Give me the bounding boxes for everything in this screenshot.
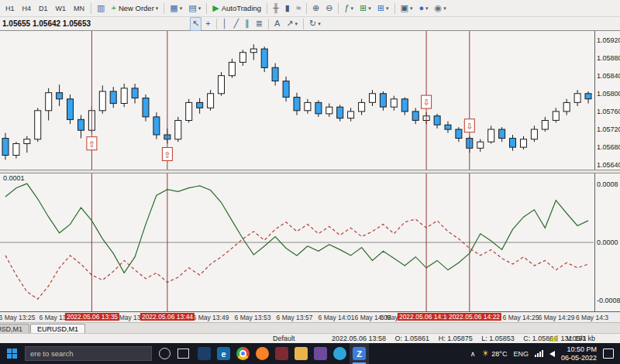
- app-icon-purple[interactable]: [311, 343, 330, 364]
- signal-arrow-up-icon[interactable]: ⇧: [164, 150, 170, 160]
- hidden-icons-chevron[interactable]: ∧: [470, 350, 476, 358]
- volume-icon[interactable]: [549, 351, 555, 357]
- toolbar-separator: [306, 3, 307, 14]
- time-label-highlight: 2022.05.06 14:22: [447, 313, 501, 321]
- time-label: 6 May 14:01: [319, 314, 355, 321]
- grid-blue-icon-glyph: ⊞: [377, 4, 384, 12]
- firefox-icon-glyph: [256, 347, 269, 360]
- timeframe-button-h4[interactable]: H4: [19, 2, 35, 15]
- timeframe-button-mn[interactable]: MN: [71, 2, 88, 15]
- indicator-axis[interactable]: 0.00080.0000-0.0008: [594, 173, 620, 311]
- language-indicator[interactable]: ENG: [513, 350, 529, 358]
- autotrading-button-glyph: ▶: [212, 4, 219, 12]
- indicators-icon[interactable]: ƒ▾: [342, 2, 356, 15]
- weather-widget[interactable]: ☀ 28°C: [481, 349, 507, 359]
- candle-body: [574, 94, 580, 103]
- candle-body: [391, 99, 397, 107]
- dropdown-caret-icon: ▾: [318, 21, 321, 27]
- candle-body: [229, 62, 235, 75]
- line-chart-icon[interactable]: ≈: [294, 2, 303, 15]
- price-axis-label: 1.05880: [597, 54, 620, 62]
- candle-body: [542, 121, 548, 130]
- windows-layout-icon-glyph: ▣: [401, 4, 408, 12]
- signal-arrow-down-icon[interactable]: ⇩: [422, 98, 429, 107]
- arrows-tool-icon[interactable]: ↗▾: [284, 17, 300, 31]
- channel-tool-icon[interactable]: ∥: [243, 17, 252, 31]
- new-order-button[interactable]: +New Order▾: [108, 2, 160, 15]
- connection-bars-icon: [549, 335, 558, 342]
- indicator-signal-line: [5, 219, 588, 299]
- candles-chart-icon[interactable]: ▮: [283, 2, 292, 15]
- timeframe-button-d1[interactable]: D1: [36, 2, 51, 15]
- vertical-line-tool-icon[interactable]: │: [220, 17, 230, 31]
- zoom-out-icon[interactable]: ⊖: [323, 2, 335, 15]
- fibonacci-tool-icon[interactable]: ≣: [253, 17, 265, 31]
- price-chart-panel[interactable]: ⇧⇧⇩⇩ 1.059201.058801.058401.058001.05760…: [0, 31, 620, 170]
- grid-green-icon[interactable]: ⊞▾: [357, 2, 374, 15]
- network-icon[interactable]: [535, 350, 543, 357]
- start-button[interactable]: [0, 343, 23, 364]
- profiles-icon[interactable]: ▤▾: [186, 2, 203, 15]
- bars-chart-icon[interactable]: ╫: [270, 2, 281, 15]
- kite-icon[interactable]: Z: [350, 343, 369, 364]
- timeframe-button-w1[interactable]: W1: [53, 2, 70, 15]
- candle-body: [250, 49, 257, 53]
- candle-body: [456, 129, 462, 139]
- trendline-tool-icon[interactable]: ╱: [232, 17, 242, 31]
- time-label: 6 May 13:53: [235, 314, 271, 321]
- search-input[interactable]: [25, 346, 152, 361]
- grid-green-icon-glyph: ⊞: [360, 4, 367, 12]
- profile-label[interactable]: Default: [273, 335, 295, 342]
- options-icon[interactable]: ◉▾: [432, 2, 449, 15]
- app-icon-purple-glyph: [314, 347, 327, 360]
- chrome-icon-glyph: [236, 347, 250, 360]
- indicator-axis-label: 0.0000: [597, 239, 620, 246]
- folder-icon[interactable]: [291, 343, 311, 364]
- candle-body: [57, 93, 63, 99]
- action-center-icon[interactable]: [603, 349, 614, 359]
- candle-body: [510, 139, 516, 148]
- candle-body: [499, 129, 505, 139]
- text-tool-icon[interactable]: A: [272, 17, 282, 31]
- app-icon-blue-dark[interactable]: [195, 343, 214, 364]
- crosshair-tool-icon[interactable]: +: [203, 17, 212, 31]
- signal-arrow-up-icon[interactable]: ⇧: [88, 139, 95, 149]
- candles-chart-icon-glyph: ▮: [285, 4, 290, 12]
- candle-body: [521, 139, 527, 147]
- dropdown-caret-icon: ▾: [443, 5, 446, 12]
- windows-layout-icon[interactable]: ▣▾: [398, 2, 415, 15]
- cortana-icon[interactable]: [159, 348, 170, 359]
- app-icon-maroon[interactable]: [272, 343, 291, 364]
- task-view-icon[interactable]: [177, 349, 189, 359]
- time-axis[interactable]: 6 May 13:256 May 13:292022.05.06 13:356 …: [0, 311, 620, 322]
- timeframe-button-h1[interactable]: H1: [2, 2, 18, 15]
- help-icon[interactable]: ●▾: [416, 2, 430, 15]
- cycle-lines-tool-icon[interactable]: ↻▾: [307, 17, 323, 31]
- toolbar-separator: [338, 3, 339, 14]
- cursor-tool-icon[interactable]: ↖: [190, 17, 202, 31]
- price-axis[interactable]: 1.059201.058801.058401.058001.057601.057…: [594, 31, 620, 170]
- grid-blue-icon[interactable]: ⊞▾: [375, 2, 391, 15]
- chart-window-icon[interactable]: ▥: [95, 2, 107, 15]
- indicator-panel[interactable]: 0.0001 0.00080.0000-0.0008: [0, 173, 620, 311]
- zoom-in-icon[interactable]: ⊕: [310, 2, 322, 15]
- candle-body: [337, 107, 343, 118]
- chrome-icon[interactable]: [233, 343, 253, 364]
- firefox-icon[interactable]: [253, 343, 272, 364]
- folder-icon-glyph: [294, 347, 308, 360]
- chart-tabs: USD,M1EURUSD,M1: [0, 322, 620, 334]
- autotrading-button[interactable]: ▶AutoTrading: [210, 2, 264, 15]
- toolbar-separator: [394, 3, 395, 14]
- app-icon-blue-dark-glyph: [198, 347, 211, 360]
- candle-body: [272, 67, 278, 81]
- new-chart-icon[interactable]: ▦▾: [167, 2, 184, 15]
- telegram-icon[interactable]: [330, 343, 350, 364]
- candle-body: [35, 111, 41, 139]
- taskbar-clock[interactable]: 10:50 PM 06-05-2022: [561, 345, 597, 362]
- signal-arrow-down-icon[interactable]: ⇩: [466, 122, 473, 131]
- help-icon-glyph: ●: [418, 4, 424, 12]
- time-label: 6 May 14:29: [539, 314, 575, 321]
- indicator-value-label: 0.0001: [3, 174, 25, 182]
- edge-icon[interactable]: e: [214, 343, 233, 364]
- dropdown-caret-icon: ▾: [294, 21, 298, 27]
